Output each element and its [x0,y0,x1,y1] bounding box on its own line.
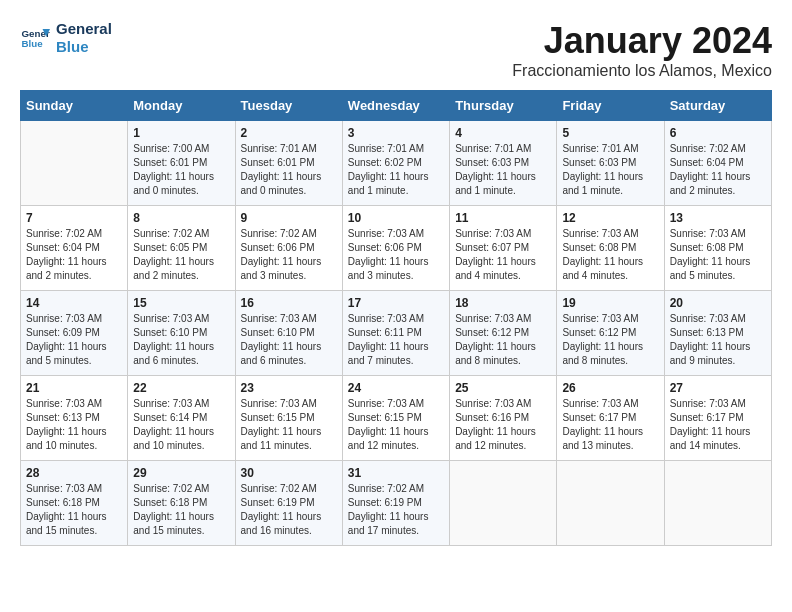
day-number: 30 [241,466,337,480]
day-number: 11 [455,211,551,225]
logo-line1: General [56,20,112,38]
day-info: Sunrise: 7:02 AM Sunset: 6:19 PM Dayligh… [241,482,337,538]
day-number: 12 [562,211,658,225]
calendar-cell: 12Sunrise: 7:03 AM Sunset: 6:08 PM Dayli… [557,206,664,291]
day-info: Sunrise: 7:01 AM Sunset: 6:03 PM Dayligh… [562,142,658,198]
day-info: Sunrise: 7:02 AM Sunset: 6:19 PM Dayligh… [348,482,444,538]
day-info: Sunrise: 7:03 AM Sunset: 6:08 PM Dayligh… [562,227,658,283]
logo: General Blue General Blue [20,20,112,56]
day-info: Sunrise: 7:01 AM Sunset: 6:01 PM Dayligh… [241,142,337,198]
header-cell: Saturday [664,91,771,121]
day-number: 29 [133,466,229,480]
day-number: 5 [562,126,658,140]
header-cell: Monday [128,91,235,121]
day-number: 18 [455,296,551,310]
calendar-cell: 13Sunrise: 7:03 AM Sunset: 6:08 PM Dayli… [664,206,771,291]
day-info: Sunrise: 7:03 AM Sunset: 6:15 PM Dayligh… [241,397,337,453]
day-number: 3 [348,126,444,140]
calendar-cell: 17Sunrise: 7:03 AM Sunset: 6:11 PM Dayli… [342,291,449,376]
day-info: Sunrise: 7:03 AM Sunset: 6:13 PM Dayligh… [26,397,122,453]
calendar-subtitle: Fraccionamiento los Alamos, Mexico [512,62,772,80]
day-number: 20 [670,296,766,310]
day-number: 6 [670,126,766,140]
day-info: Sunrise: 7:03 AM Sunset: 6:09 PM Dayligh… [26,312,122,368]
logo-line2: Blue [56,38,112,56]
header-cell: Tuesday [235,91,342,121]
day-number: 19 [562,296,658,310]
logo-icon: General Blue [20,23,50,53]
calendar-cell: 22Sunrise: 7:03 AM Sunset: 6:14 PM Dayli… [128,376,235,461]
calendar-cell: 24Sunrise: 7:03 AM Sunset: 6:15 PM Dayli… [342,376,449,461]
page-header: General Blue General Blue January 2024 F… [20,20,772,80]
calendar-cell: 2Sunrise: 7:01 AM Sunset: 6:01 PM Daylig… [235,121,342,206]
calendar-cell: 30Sunrise: 7:02 AM Sunset: 6:19 PM Dayli… [235,461,342,546]
day-number: 1 [133,126,229,140]
calendar-cell: 23Sunrise: 7:03 AM Sunset: 6:15 PM Dayli… [235,376,342,461]
day-info: Sunrise: 7:03 AM Sunset: 6:16 PM Dayligh… [455,397,551,453]
calendar-cell: 9Sunrise: 7:02 AM Sunset: 6:06 PM Daylig… [235,206,342,291]
day-number: 23 [241,381,337,395]
day-info: Sunrise: 7:03 AM Sunset: 6:10 PM Dayligh… [241,312,337,368]
calendar-cell: 7Sunrise: 7:02 AM Sunset: 6:04 PM Daylig… [21,206,128,291]
header-cell: Wednesday [342,91,449,121]
day-info: Sunrise: 7:03 AM Sunset: 6:12 PM Dayligh… [562,312,658,368]
day-number: 8 [133,211,229,225]
day-info: Sunrise: 7:03 AM Sunset: 6:18 PM Dayligh… [26,482,122,538]
day-number: 10 [348,211,444,225]
calendar-cell [664,461,771,546]
calendar-cell: 5Sunrise: 7:01 AM Sunset: 6:03 PM Daylig… [557,121,664,206]
day-info: Sunrise: 7:03 AM Sunset: 6:07 PM Dayligh… [455,227,551,283]
calendar-cell: 25Sunrise: 7:03 AM Sunset: 6:16 PM Dayli… [450,376,557,461]
day-info: Sunrise: 7:03 AM Sunset: 6:08 PM Dayligh… [670,227,766,283]
calendar-table: SundayMondayTuesdayWednesdayThursdayFrid… [20,90,772,546]
day-info: Sunrise: 7:00 AM Sunset: 6:01 PM Dayligh… [133,142,229,198]
calendar-cell: 26Sunrise: 7:03 AM Sunset: 6:17 PM Dayli… [557,376,664,461]
calendar-cell: 27Sunrise: 7:03 AM Sunset: 6:17 PM Dayli… [664,376,771,461]
day-info: Sunrise: 7:02 AM Sunset: 6:18 PM Dayligh… [133,482,229,538]
day-number: 7 [26,211,122,225]
header-cell: Friday [557,91,664,121]
day-info: Sunrise: 7:03 AM Sunset: 6:15 PM Dayligh… [348,397,444,453]
calendar-cell: 15Sunrise: 7:03 AM Sunset: 6:10 PM Dayli… [128,291,235,376]
header-cell: Sunday [21,91,128,121]
day-number: 31 [348,466,444,480]
calendar-body: 1Sunrise: 7:00 AM Sunset: 6:01 PM Daylig… [21,121,772,546]
calendar-week-row: 28Sunrise: 7:03 AM Sunset: 6:18 PM Dayli… [21,461,772,546]
day-number: 9 [241,211,337,225]
day-number: 14 [26,296,122,310]
calendar-cell [450,461,557,546]
day-info: Sunrise: 7:01 AM Sunset: 6:03 PM Dayligh… [455,142,551,198]
day-info: Sunrise: 7:03 AM Sunset: 6:10 PM Dayligh… [133,312,229,368]
calendar-cell [21,121,128,206]
day-info: Sunrise: 7:02 AM Sunset: 6:04 PM Dayligh… [26,227,122,283]
day-info: Sunrise: 7:03 AM Sunset: 6:17 PM Dayligh… [670,397,766,453]
header-row: SundayMondayTuesdayWednesdayThursdayFrid… [21,91,772,121]
calendar-cell: 20Sunrise: 7:03 AM Sunset: 6:13 PM Dayli… [664,291,771,376]
header-cell: Thursday [450,91,557,121]
day-number: 13 [670,211,766,225]
day-number: 22 [133,381,229,395]
calendar-cell: 19Sunrise: 7:03 AM Sunset: 6:12 PM Dayli… [557,291,664,376]
day-number: 28 [26,466,122,480]
svg-text:Blue: Blue [22,38,44,49]
calendar-cell: 14Sunrise: 7:03 AM Sunset: 6:09 PM Dayli… [21,291,128,376]
calendar-cell: 21Sunrise: 7:03 AM Sunset: 6:13 PM Dayli… [21,376,128,461]
day-number: 4 [455,126,551,140]
day-info: Sunrise: 7:01 AM Sunset: 6:02 PM Dayligh… [348,142,444,198]
calendar-cell: 3Sunrise: 7:01 AM Sunset: 6:02 PM Daylig… [342,121,449,206]
calendar-cell: 31Sunrise: 7:02 AM Sunset: 6:19 PM Dayli… [342,461,449,546]
day-info: Sunrise: 7:02 AM Sunset: 6:06 PM Dayligh… [241,227,337,283]
calendar-header: SundayMondayTuesdayWednesdayThursdayFrid… [21,91,772,121]
day-number: 25 [455,381,551,395]
calendar-week-row: 14Sunrise: 7:03 AM Sunset: 6:09 PM Dayli… [21,291,772,376]
calendar-cell: 18Sunrise: 7:03 AM Sunset: 6:12 PM Dayli… [450,291,557,376]
calendar-week-row: 21Sunrise: 7:03 AM Sunset: 6:13 PM Dayli… [21,376,772,461]
day-number: 24 [348,381,444,395]
day-info: Sunrise: 7:03 AM Sunset: 6:17 PM Dayligh… [562,397,658,453]
day-info: Sunrise: 7:03 AM Sunset: 6:12 PM Dayligh… [455,312,551,368]
day-number: 16 [241,296,337,310]
day-number: 27 [670,381,766,395]
day-number: 17 [348,296,444,310]
calendar-week-row: 7Sunrise: 7:02 AM Sunset: 6:04 PM Daylig… [21,206,772,291]
day-info: Sunrise: 7:03 AM Sunset: 6:11 PM Dayligh… [348,312,444,368]
